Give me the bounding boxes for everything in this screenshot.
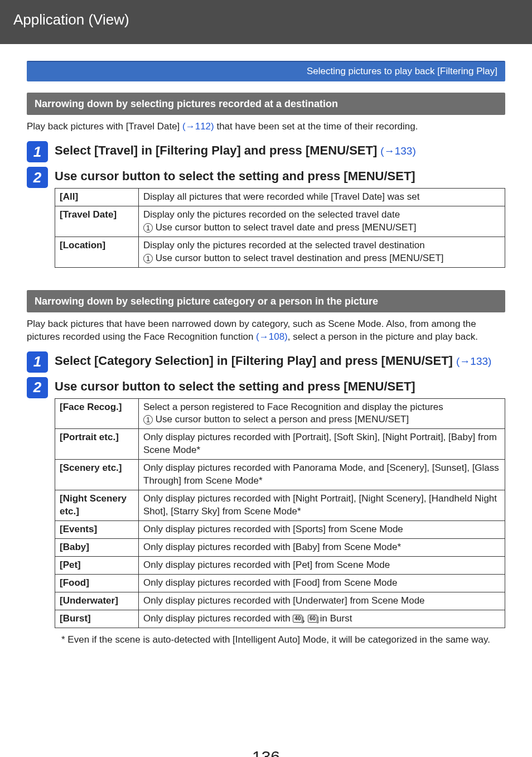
table-row: [Burst] Only display pictures recorded w… xyxy=(55,610,505,628)
table-row: [Events] Only display pictures recorded … xyxy=(55,521,505,539)
link-112[interactable]: (→112) xyxy=(182,121,214,132)
step2-heading: Use cursor button to select the setting … xyxy=(55,168,505,185)
breadcrumb-subhead: Selecting pictures to play back [Filteri… xyxy=(27,61,505,81)
section-destination-title: Narrowing down by selecting pictures rec… xyxy=(27,93,505,115)
circled-1-icon: 1 xyxy=(143,254,153,263)
app-header: Application (View) xyxy=(0,0,532,44)
header-title: Application (View) xyxy=(13,11,129,28)
table-row: [Night Scenery etc.] Only display pictur… xyxy=(55,490,505,521)
table-row: [Location] Display only the pictures rec… xyxy=(55,237,505,267)
link-133-a[interactable]: (→133) xyxy=(380,145,415,157)
step1-heading: Select [Travel] in [Filtering Play] and … xyxy=(55,142,505,159)
section-b-intro: Play back pictures that have been narrow… xyxy=(27,318,505,344)
section-b-step-1: 1 Select [Category Selection] in [Filter… xyxy=(27,351,505,373)
burst-40-icon: 40 xyxy=(293,615,302,623)
table-category-settings: [Face Recog.] Select a person registered… xyxy=(55,398,505,628)
step1b-heading: Select [Category Selection] in [Filterin… xyxy=(55,353,505,369)
step-badge-2: 2 xyxy=(27,167,48,188)
table-row: [Pet] Only display pictures recorded wit… xyxy=(55,556,505,574)
footnote: * Even if the scene is auto-detected wit… xyxy=(61,634,505,647)
table-row: [Food] Only display pictures recorded wi… xyxy=(55,574,505,592)
table-row: [Portrait etc.] Only display pictures re… xyxy=(55,429,505,460)
table-row: [Underwater] Only display pictures recor… xyxy=(55,592,505,610)
page-footer: - 136 - VQT4T08 xyxy=(0,746,532,757)
subhead-text: Selecting pictures to play back [Filteri… xyxy=(307,66,497,76)
section-b-step-2: 2 Use cursor button to select the settin… xyxy=(27,377,505,647)
step2b-heading: Use cursor button to select the setting … xyxy=(55,378,505,395)
step-badge-2b: 2 xyxy=(27,377,48,398)
table-row: [Travel Date] Display only the pictures … xyxy=(55,206,505,237)
table-row: [Face Recog.] Select a person registered… xyxy=(55,398,505,429)
section-a-intro: Play back pictures with [Travel Date] (→… xyxy=(27,120,505,133)
table-row: [Scenery etc.] Only display pictures rec… xyxy=(55,460,505,490)
table-row: [All] Display all pictures that were rec… xyxy=(55,188,505,206)
link-133-b[interactable]: (→133) xyxy=(456,355,491,367)
section-a-step-2: 2 Use cursor button to select the settin… xyxy=(27,167,505,267)
step-badge-1b: 1 xyxy=(27,351,48,373)
burst-60-icon: 60 xyxy=(308,615,317,623)
link-108[interactable]: (→108) xyxy=(256,331,288,342)
table-row: [Baby] Only display pictures recorded wi… xyxy=(55,538,505,556)
section-a-step-1: 1 Select [Travel] in [Filtering Play] an… xyxy=(27,141,505,162)
step-badge-1: 1 xyxy=(27,141,48,162)
circled-1-icon: 1 xyxy=(143,223,153,233)
circled-1-icon: 1 xyxy=(143,415,153,425)
table-travel-settings: [All] Display all pictures that were rec… xyxy=(55,188,505,268)
section-category-title: Narrowing down by selecting picture cate… xyxy=(27,290,505,312)
page-number: - 136 - xyxy=(242,746,291,757)
